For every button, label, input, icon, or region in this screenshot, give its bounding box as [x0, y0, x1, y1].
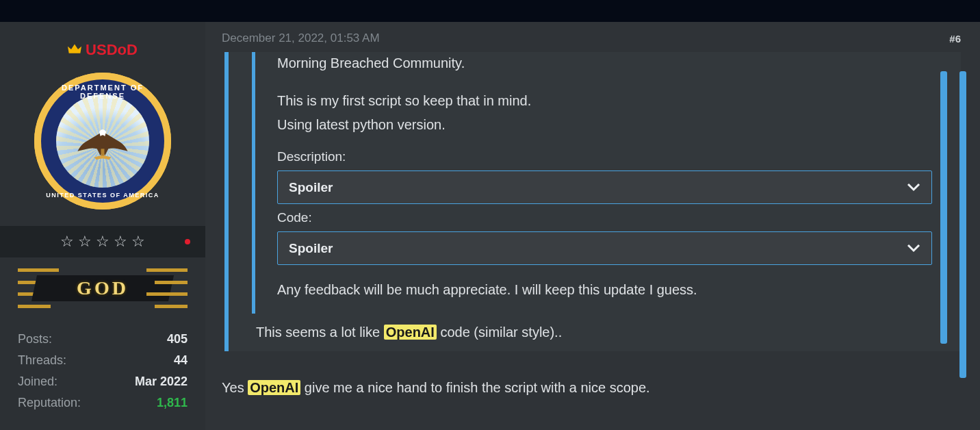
- rank-banner: GOD: [21, 264, 185, 312]
- quote-line: Morning Breached Community.: [277, 53, 932, 73]
- stat-label: Joined:: [18, 375, 57, 389]
- user-sidebar: USDoD DEPARTMENT OF DEFENSE UNITED STATE…: [0, 22, 205, 430]
- stat-threads: Threads: 44: [18, 350, 188, 371]
- quote-scrollbar[interactable]: [940, 71, 947, 344]
- post-timestamp[interactable]: December 21, 2022, 01:53 AM: [222, 31, 380, 45]
- stat-label: Posts:: [18, 332, 52, 346]
- spoiler-description[interactable]: Spoiler: [277, 170, 932, 205]
- crown-icon: [68, 42, 81, 58]
- stat-label: Threads:: [18, 353, 66, 368]
- eagle-icon: [72, 126, 133, 160]
- quote-line: This is my first script so keep that in …: [277, 91, 932, 111]
- star-icon: ☆: [96, 233, 109, 251]
- description-label: Description:: [277, 147, 932, 166]
- svg-rect-0: [101, 149, 105, 157]
- code-label: Code:: [277, 208, 932, 227]
- stat-label: Reputation:: [18, 396, 81, 410]
- star-icon: ☆: [78, 233, 92, 251]
- star-icon: ☆: [131, 233, 145, 251]
- quoted-reply: This seems a lot like OpenAI code (simil…: [256, 325, 947, 340]
- rating-stars[interactable]: ☆ ☆ ☆ ☆ ☆: [0, 226, 205, 257]
- quote-inner: Morning Breached Community. This is my f…: [252, 52, 947, 314]
- highlight: OpenAI: [384, 325, 437, 340]
- quote-line: Any feedback will be much appreciate. I …: [277, 280, 932, 300]
- post-number[interactable]: #6: [949, 33, 961, 45]
- post-answer: Yes OpenAI give me a nice hand to finish…: [222, 380, 961, 396]
- stat-value: Mar 2022: [135, 375, 188, 389]
- avatar[interactable]: DEPARTMENT OF DEFENSE UNITED STATES OF A…: [34, 73, 171, 210]
- stat-posts: Posts: 405: [18, 329, 188, 350]
- chevron-down-icon: [907, 239, 920, 258]
- stat-reputation: Reputation: 1,811: [18, 392, 188, 414]
- text: Yes: [222, 380, 248, 395]
- stat-joined: Joined: Mar 2022: [18, 371, 188, 392]
- text: code (similar style)..: [437, 325, 562, 340]
- highlight: OpenAI: [248, 380, 300, 395]
- forum-post: USDoD DEPARTMENT OF DEFENSE UNITED STATE…: [0, 22, 980, 430]
- stat-value[interactable]: 1,811: [157, 396, 188, 410]
- text: give me a nice hand to finish the script…: [300, 380, 649, 395]
- spoiler-label: Spoiler: [289, 178, 333, 197]
- stat-value[interactable]: 44: [174, 353, 188, 368]
- text: This seems a lot like: [256, 325, 384, 340]
- quote-outer: Morning Breached Community. This is my f…: [224, 52, 961, 351]
- quote-scrollbar[interactable]: [959, 71, 966, 378]
- spoiler-label: Spoiler: [289, 239, 333, 258]
- stat-value[interactable]: 405: [167, 332, 188, 346]
- top-bar: [0, 0, 980, 22]
- post-header: December 21, 2022, 01:53 AM #6: [222, 31, 961, 45]
- star-icon: ☆: [60, 233, 74, 251]
- rank-label: GOD: [77, 277, 129, 299]
- chevron-down-icon: [907, 178, 920, 197]
- spoiler-code[interactable]: Spoiler: [277, 231, 932, 266]
- quote-line: Using latest python version.: [277, 115, 932, 135]
- status-dot-icon: [185, 239, 190, 244]
- username-row[interactable]: USDoD: [68, 41, 138, 59]
- username: USDoD: [86, 41, 138, 59]
- post-body: December 21, 2022, 01:53 AM #6 Morning B…: [205, 22, 980, 430]
- user-stats: Posts: 405 Threads: 44 Joined: Mar 2022 …: [0, 329, 205, 414]
- star-icon: ☆: [114, 233, 127, 251]
